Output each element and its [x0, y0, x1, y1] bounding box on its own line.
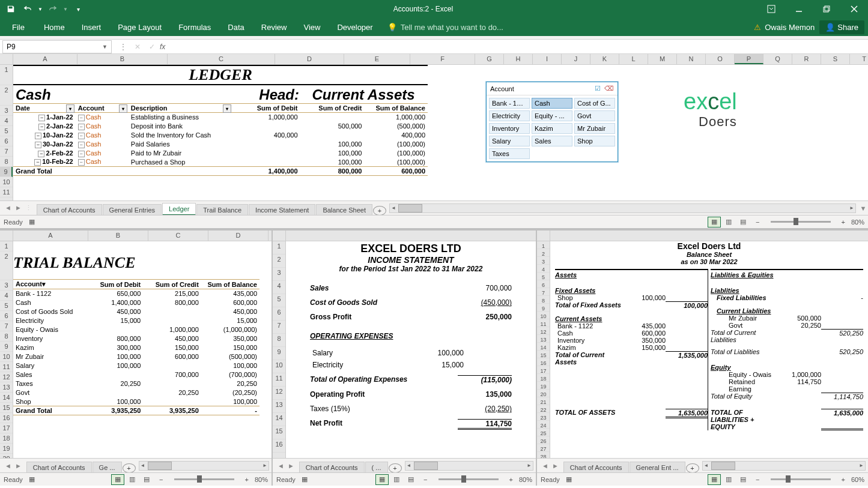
- col-header-C[interactable]: C: [168, 54, 275, 64]
- slicer-item[interactable]: Cost of G...: [574, 98, 615, 109]
- page-break-view-icon[interactable]: ▤: [736, 217, 750, 227]
- tab-home[interactable]: Home: [35, 19, 73, 35]
- collapse-icon[interactable]: −: [78, 142, 85, 148]
- save-icon[interactable]: [4, 2, 18, 16]
- col-header-I[interactable]: I: [533, 54, 562, 64]
- sheet-tab[interactable]: Ledger: [162, 203, 196, 215]
- slicer-item[interactable]: Govt: [574, 110, 615, 121]
- trial-balance-table[interactable]: Account▾Sum of DebitSum of CreditSum of …: [13, 279, 259, 415]
- col-header-M[interactable]: M: [648, 54, 677, 64]
- filter-active-icon[interactable]: ▾: [119, 104, 127, 113]
- slicer-item[interactable]: Inventory: [489, 123, 530, 134]
- undo-icon[interactable]: [20, 2, 35, 16]
- undo-dropdown-icon[interactable]: ▼: [37, 2, 43, 16]
- filter-dropdown-icon[interactable]: ▾: [66, 104, 74, 113]
- slicer-item[interactable]: Mr Zubair: [574, 123, 615, 134]
- col-header-F[interactable]: F: [410, 54, 475, 64]
- slicer-item[interactable]: Bank - 1122: [489, 98, 530, 109]
- tab-developer[interactable]: Developer: [329, 19, 381, 35]
- column-headers[interactable]: ABCDEFGHIJKLMNOPQRSTU: [0, 54, 868, 65]
- sheet-tab[interactable]: Income Statement: [249, 204, 315, 215]
- enter-icon[interactable]: ✓: [145, 43, 159, 51]
- slicer-item[interactable]: Equity - ...: [532, 110, 572, 121]
- slicer-item[interactable]: Taxes: [489, 148, 530, 159]
- collapse-icon[interactable]: −: [78, 133, 85, 139]
- col-header-D[interactable]: D: [275, 54, 344, 64]
- add-sheet-icon[interactable]: +: [373, 206, 386, 215]
- clear-filter-icon[interactable]: ⌫: [604, 85, 614, 92]
- col-header-S[interactable]: S: [821, 54, 850, 64]
- col-header-A[interactable]: A: [13, 54, 77, 64]
- collapse-icon[interactable]: −: [38, 124, 45, 130]
- slicer-item[interactable]: Cash: [532, 98, 572, 109]
- filter-dropdown-icon[interactable]: ▾: [223, 104, 231, 113]
- slicer-item[interactable]: Salary: [489, 136, 530, 146]
- col-header-G[interactable]: G: [475, 54, 504, 64]
- collapse-icon[interactable]: −: [35, 142, 41, 148]
- collapse-icon[interactable]: −: [78, 151, 85, 157]
- slicer-item[interactable]: Kazim: [532, 123, 572, 134]
- tab-page-layout[interactable]: Page Layout: [109, 19, 170, 35]
- page-layout-view-icon[interactable]: ▥: [722, 217, 735, 227]
- share-button[interactable]: 👤 Share: [819, 20, 864, 34]
- collapse-icon[interactable]: −: [38, 115, 45, 121]
- close-icon[interactable]: [840, 0, 868, 18]
- vertical-scroll-down-icon[interactable]: ▼: [858, 205, 868, 212]
- collapse-icon[interactable]: −: [38, 151, 44, 157]
- sheet-tab[interactable]: Balance Sheet: [316, 204, 372, 215]
- tell-me-search[interactable]: 💡 Tell me what you want to do...: [387, 23, 503, 32]
- redo-icon[interactable]: [46, 2, 60, 16]
- redo-dropdown-icon[interactable]: ▼: [62, 2, 68, 16]
- sheet-tab[interactable]: Trail Balance: [196, 204, 248, 215]
- fx-icon[interactable]: fx: [160, 43, 165, 51]
- col-header-J[interactable]: J: [562, 54, 590, 64]
- col-header-L[interactable]: L: [619, 54, 648, 64]
- sheet-tab[interactable]: Chart of Accounts: [37, 204, 102, 215]
- tab-review[interactable]: Review: [253, 19, 296, 35]
- collapse-icon[interactable]: −: [34, 159, 41, 166]
- zoom-slider[interactable]: [771, 221, 831, 223]
- ribbon-options-icon[interactable]: [757, 0, 785, 18]
- tab-insert[interactable]: Insert: [73, 19, 110, 35]
- tab-nav-last[interactable]: ►: [14, 204, 23, 212]
- horizontal-scrollbar[interactable]: [389, 203, 856, 213]
- zoom-in-icon[interactable]: +: [842, 218, 845, 226]
- qat-customize-icon[interactable]: ▾: [71, 2, 85, 16]
- signed-in-user[interactable]: ⚠ Owais Memon: [749, 23, 819, 32]
- col-header-K[interactable]: K: [590, 54, 619, 64]
- formula-input[interactable]: [174, 40, 868, 53]
- maximize-icon[interactable]: [813, 0, 840, 18]
- row-headers[interactable]: 1234567891011: [0, 65, 13, 200]
- tab-file[interactable]: File: [4, 19, 33, 35]
- col-header-H[interactable]: H: [504, 54, 533, 64]
- col-header-B[interactable]: B: [77, 54, 168, 64]
- normal-view-icon[interactable]: ▦: [708, 217, 721, 227]
- macro-record-icon[interactable]: ▦: [29, 218, 35, 226]
- account-slicer[interactable]: Account ☑ ⌫ Bank - 1122CashCost of G...E…: [486, 82, 618, 162]
- select-all-corner[interactable]: [0, 54, 13, 64]
- col-header-N[interactable]: N: [677, 54, 706, 64]
- col-header-O[interactable]: O: [706, 54, 735, 64]
- collapse-icon[interactable]: −: [78, 115, 85, 121]
- ledger-pivot-table[interactable]: Date▾Account▾Description▾Sum of DebitSum…: [13, 103, 428, 176]
- cancel-icon[interactable]: ✕: [131, 43, 144, 51]
- col-header-R[interactable]: R: [792, 54, 821, 64]
- name-box-dropdown-icon[interactable]: ▼: [102, 44, 108, 50]
- tab-view[interactable]: View: [295, 19, 329, 35]
- multi-select-icon[interactable]: ☑: [595, 85, 601, 92]
- col-header-Q[interactable]: Q: [763, 54, 792, 64]
- tab-data[interactable]: Data: [219, 19, 252, 35]
- sheet-tab[interactable]: General Entries: [103, 204, 162, 215]
- col-header-T[interactable]: T: [850, 54, 868, 64]
- slicer-item[interactable]: Sales: [532, 136, 572, 146]
- zoom-out-icon[interactable]: −: [756, 218, 759, 226]
- slicer-item[interactable]: Electricity: [489, 110, 530, 121]
- slicer-item[interactable]: Shop: [574, 136, 615, 146]
- zoom-level[interactable]: 80%: [851, 218, 864, 226]
- collapse-icon[interactable]: −: [78, 124, 85, 130]
- col-header-P[interactable]: P: [735, 54, 763, 64]
- name-box[interactable]: P9 ▼: [2, 40, 112, 53]
- split-icon[interactable]: ⋮: [117, 43, 130, 51]
- tab-formulas[interactable]: Formulas: [170, 19, 219, 35]
- collapse-icon[interactable]: −: [78, 159, 85, 166]
